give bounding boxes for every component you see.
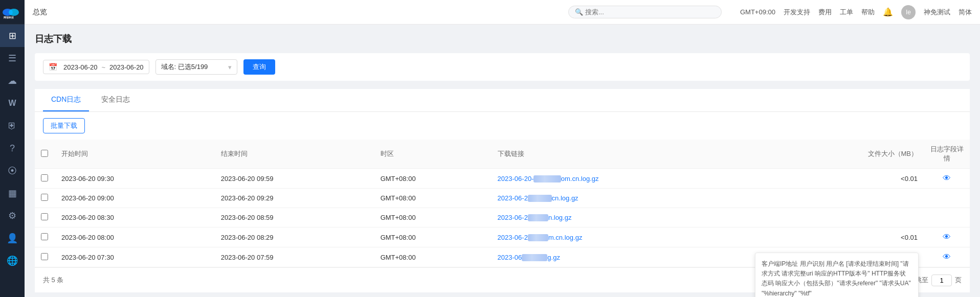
topnav-title[interactable]: 总览 (33, 8, 47, 17)
sidebar: 网宿科技 ⊞ ☰ ☁ W ⛨ ? ⦿ ▦ ⚙ 👤 🌐 (0, 0, 25, 297)
search-bar[interactable]: 🔍 (568, 6, 722, 18)
jump-unit: 页 (955, 276, 962, 285)
tooltip-text: 客户端IP地址 用户识别 用户名 [请求处理结束时间] "请求方式 请求完整ur… (762, 260, 911, 297)
col-start-time: 开始时间 (55, 140, 215, 169)
filter-bar: 📅 2023-06-20 ~ 2023-06-20 域名: 已选5/199 ▾ … (35, 53, 970, 81)
sidebar-item-doc[interactable]: ☰ (0, 47, 25, 70)
sidebar-logo: 网宿科技 (0, 0, 25, 25)
download-link[interactable]: 2023-06-2 m.cn.log.gz (498, 234, 583, 241)
jump-input[interactable] (931, 275, 952, 286)
tab-security-log[interactable]: 安全日志 (93, 89, 138, 111)
link-suffix: om.cn.log.gz (561, 175, 599, 182)
row-checkbox[interactable] (41, 213, 48, 220)
table-row: 2023-06-20 08:30 2023-06-20 08:59 GMT+08… (35, 208, 970, 227)
sidebar-item-question[interactable]: ? (0, 137, 25, 159)
date-separator: ~ (102, 63, 106, 71)
col-end-time: 结束时间 (215, 140, 374, 169)
download-link-cell[interactable]: 2023-06-2 n.log.gz (492, 208, 771, 227)
col-log-detail: 日志字段详情 (924, 140, 970, 169)
sidebar-item-gear[interactable]: ⚙ (0, 204, 25, 227)
topnav-help[interactable]: 帮助 (861, 8, 875, 17)
row-checkbox-cell[interactable] (35, 227, 55, 247)
row-checkbox-cell[interactable] (35, 247, 55, 267)
row-checkbox[interactable] (41, 233, 48, 240)
pagination-total: 共 5 条 (43, 276, 63, 285)
download-link[interactable]: 2023-06-2 cn.log.gz (498, 194, 578, 202)
sidebar-item-globe[interactable]: 🌐 (0, 249, 25, 272)
timezone-cell: GMT+08:00 (374, 227, 492, 247)
topnav-billing[interactable]: 费用 (818, 8, 832, 17)
topnav-right: GMT+09:00 开发支持 费用 工单 帮助 🔔 Ie 神免测试 简体 (740, 5, 972, 19)
row-checkbox[interactable] (41, 194, 48, 201)
topnav-ticket[interactable]: 工单 (840, 8, 853, 17)
link-suffix: m.cn.log.gz (548, 234, 582, 241)
row-checkbox-cell[interactable] (35, 169, 55, 189)
topnav-dev-support[interactable]: 开发支持 (784, 8, 810, 17)
start-time-cell: 2023-06-20 07:30 (55, 247, 215, 267)
download-link-cell[interactable]: 2023-06-20- om.cn.log.gz (492, 169, 771, 189)
table-row: 2023-06-20 09:30 2023-06-20 09:59 GMT+08… (35, 169, 970, 189)
avatar[interactable]: Ie (901, 5, 916, 19)
link-prefix: 2023-06 (498, 254, 522, 261)
search-input[interactable] (585, 8, 677, 16)
bell-icon[interactable]: 🔔 (883, 7, 893, 17)
download-link[interactable]: 2023-06-2 n.log.gz (498, 214, 572, 221)
download-link-cell[interactable]: 2023-06 g.gz (492, 247, 771, 267)
date-start[interactable]: 2023-06-20 (63, 63, 98, 71)
download-link[interactable]: 2023-06 g.gz (498, 254, 560, 261)
link-prefix: 2023-06-2 (498, 234, 528, 241)
chevron-down-icon: ▾ (228, 63, 232, 71)
tab-cdn-log[interactable]: CDN日志 (43, 89, 89, 111)
start-time-cell: 2023-06-20 08:30 (55, 208, 215, 227)
topnav-username[interactable]: 神免测试 (924, 8, 950, 17)
detail-cell[interactable]: 👁 (924, 247, 970, 267)
end-time-cell: 2023-06-20 07:59 (215, 247, 374, 267)
row-checkbox-cell[interactable] (35, 208, 55, 227)
eye-icon[interactable]: 👁 (943, 253, 951, 261)
row-checkbox-cell[interactable] (35, 189, 55, 208)
date-end[interactable]: 2023-06-20 (109, 63, 144, 71)
query-button[interactable]: 查询 (243, 59, 275, 75)
domain-select[interactable]: 域名: 已选5/199 ▾ (155, 59, 237, 75)
sidebar-item-cloud[interactable]: ☁ (0, 70, 25, 92)
file-size-cell (771, 189, 924, 208)
date-range-picker[interactable]: 📅 2023-06-20 ~ 2023-06-20 (43, 60, 149, 74)
sidebar-item-w[interactable]: W (0, 92, 25, 115)
end-time-cell: 2023-06-20 09:59 (215, 169, 374, 189)
link-blurred (528, 195, 552, 202)
sidebar-item-nodes[interactable]: ⦿ (0, 159, 25, 182)
eye-icon[interactable]: 👁 (943, 174, 951, 182)
row-checkbox[interactable] (41, 174, 48, 181)
sidebar-item-user[interactable]: 👤 (0, 227, 25, 249)
end-time-cell: 2023-06-20 09:29 (215, 189, 374, 208)
start-time-cell: 2023-06-20 08:00 (55, 227, 215, 247)
table-row: 2023-06-20 08:00 2023-06-20 08:29 GMT+08… (35, 227, 970, 247)
detail-cell[interactable]: 👁 (924, 227, 970, 247)
sidebar-item-table[interactable]: ▦ (0, 182, 25, 204)
row-checkbox[interactable] (41, 253, 48, 260)
link-suffix: g.gz (547, 254, 560, 261)
sidebar-item-shield[interactable]: ⛨ (0, 115, 25, 137)
timezone-cell: GMT+08:00 (374, 208, 492, 227)
link-suffix: n.log.gz (548, 214, 572, 221)
detail-cell[interactable]: 👁 (924, 169, 970, 189)
file-size-cell (771, 208, 924, 227)
download-link-cell[interactable]: 2023-06-2 cn.log.gz (492, 189, 771, 208)
col-download-link: 下载链接 (492, 140, 771, 169)
timezone-cell: GMT+08:00 (374, 247, 492, 267)
calendar-icon: 📅 (49, 63, 57, 71)
svg-text:网宿科技: 网宿科技 (4, 16, 14, 19)
avatar-initials: Ie (906, 9, 911, 16)
topnav-language[interactable]: 简体 (959, 8, 972, 17)
end-time-cell: 2023-06-20 08:29 (215, 227, 374, 247)
link-blurred (528, 234, 548, 241)
start-time-cell: 2023-06-20 09:00 (55, 189, 215, 208)
eye-icon[interactable]: 👁 (943, 233, 951, 241)
select-all-checkbox[interactable] (41, 150, 48, 157)
timezone-cell: GMT+08:00 (374, 189, 492, 208)
download-link-cell[interactable]: 2023-06-2 m.cn.log.gz (492, 227, 771, 247)
sidebar-item-grid[interactable]: ⊞ (0, 25, 25, 47)
download-link[interactable]: 2023-06-20- om.cn.log.gz (498, 175, 599, 182)
link-prefix: 2023-06-2 (498, 214, 528, 221)
batch-download-button[interactable]: 批量下载 (43, 118, 85, 133)
